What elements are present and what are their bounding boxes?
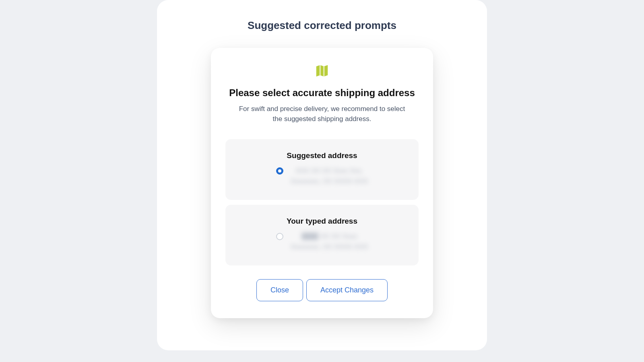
suggested-radio-row: XXX XX XX Xxxx Xxx, Xxxxxxxx, XX XXXX-XX… [237,166,407,186]
address-modal: Please select accurate shipping address … [211,48,433,318]
close-button[interactable]: Close [256,279,303,301]
modal-buttons: Close Accept Changes [225,279,419,301]
suggested-address-label: Suggested address [237,151,407,160]
suggested-address-text: XXX XX XX Xxxx Xxx, Xxxxxxxx, XX XXXX-XX… [291,166,368,186]
typed-address-text: XXX XX XX Xxxx Xxxxxxxx, XX XXXX-XXX [291,231,368,252]
accept-changes-button[interactable]: Accept Changes [306,279,388,301]
modal-title: Please select accurate shipping address [225,87,419,99]
typed-radio-row: XXX XX XX Xxxx Xxxxxxxx, XX XXXX-XXX [237,231,407,252]
typed-radio[interactable] [276,233,283,240]
typed-address-option[interactable]: Your typed address XXX XX XX Xxxx Xxxxxx… [225,205,419,265]
typed-address-label: Your typed address [237,217,407,226]
suggested-address-option[interactable]: Suggested address XXX XX XX Xxxx Xxx, Xx… [225,139,419,200]
modal-description: For swift and precise delivery, we recom… [237,104,407,124]
suggested-line1: XXX XX XX Xxxx Xxx, [295,167,363,175]
suggested-radio[interactable] [276,167,283,175]
suggested-line2: Xxxxxxxx, XX XXXX-XXX [291,177,368,185]
map-icon [314,63,330,80]
outer-card: Suggested corrected prompts Please selec… [157,0,487,350]
page-heading: Suggested corrected prompts [173,19,471,32]
typed-line2: Xxxxxxxx, XX XXXX-XXX [291,243,368,251]
typed-line1-rest: XX XX Xxxx [318,232,357,240]
typed-line1-highlight: XXX [301,232,318,240]
